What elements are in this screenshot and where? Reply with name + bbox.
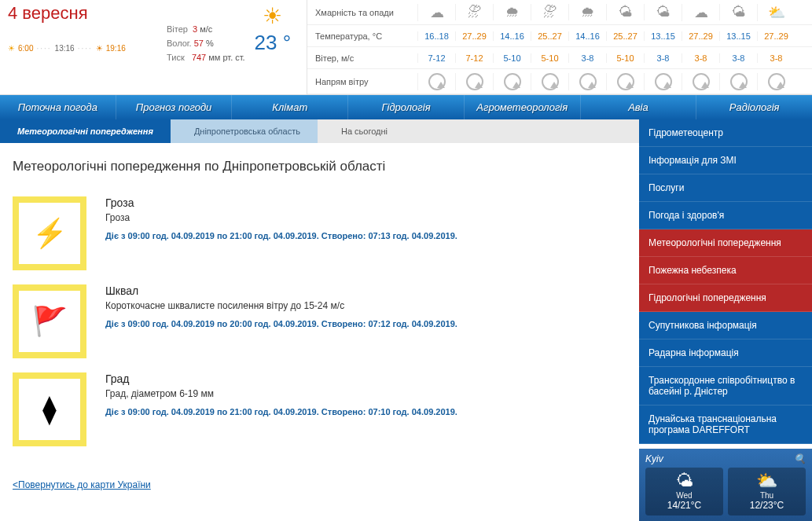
wind-dir-cell [682, 73, 719, 90]
forecast-cell: ⛈ [455, 4, 493, 20]
warning-icon: ⧫ [13, 372, 86, 446]
nav-item[interactable]: Агрометеорологія [465, 95, 581, 119]
sidebar-item[interactable]: Метеорологічні попередження [639, 229, 812, 257]
forecast-cell: 27..29 [455, 31, 493, 41]
wind-dir-cell [455, 73, 493, 90]
kyiv-widget: Kyiv 🔍 🌤Wed14/21°C⛅Thu12/23°C [639, 449, 812, 521]
warning-item: ⧫ГрадГрад, діаметром 6-19 ммДіє з 09:00 … [13, 372, 626, 446]
forecast-cell: ☁ [682, 4, 719, 21]
wind-dir-cell [531, 73, 568, 90]
forecast-cell: 7-12 [455, 53, 493, 63]
back-link[interactable]: <Повернутись до карти України [0, 476, 639, 500]
nav-item[interactable]: Клімат [232, 95, 348, 119]
warning-item: ⚡ГрозаГрозаДіє з 09:00 год. 04.09.2019 п… [13, 196, 626, 270]
wind-dir-cell [757, 73, 795, 90]
nav-item[interactable]: Радіологія [696, 95, 812, 119]
warning-icon: 🚩 [13, 284, 86, 358]
pressure-value: 747 [192, 53, 206, 62]
crumb-region[interactable]: Дніпропетровська область [171, 119, 318, 143]
humidity-value: 57 [194, 39, 204, 48]
forecast-cell: 27..29 [682, 31, 719, 41]
main-nav: Поточна погодаПрогноз погодиКліматГідрол… [0, 95, 812, 119]
warning-title: Шквал [105, 284, 457, 297]
nav-item[interactable]: Авіа [581, 95, 697, 119]
forecast-cell: 7-12 [417, 53, 455, 63]
forecast-cell: 🌤 [644, 4, 682, 20]
forecast-cell: 27..29 [757, 31, 795, 41]
warning-title: Гроза [105, 196, 457, 209]
forecast-cell: ⛅ [757, 4, 795, 21]
sidebar-item[interactable]: Транскордонне співробітництво в басейні … [639, 367, 812, 405]
wind-dir-cell [644, 73, 682, 90]
nav-item[interactable]: Гідрологія [348, 95, 465, 119]
current-temp: 23 ° [245, 31, 300, 55]
sidebar-item[interactable]: Гідрометеоцентр [639, 119, 812, 147]
forecast-cell: 🌤 [719, 4, 757, 20]
pressure-label: Тиск [167, 53, 185, 62]
sidebar-item[interactable]: Послуги [639, 174, 812, 202]
forecast-cell: 14..16 [493, 31, 531, 41]
warning-item: 🚩ШквалКороткочасне шквалисте посилення в… [13, 284, 626, 358]
sun-times: ☀ 6:00 ···· 13:16 ···· ☀ 19:16 [8, 44, 149, 53]
forecast-cell: 3-8 [682, 53, 719, 63]
row-wind-label: Вітер, м/с [307, 53, 417, 63]
page-title: Метеорологічні попередження по Дніпропет… [0, 143, 639, 182]
sidebar-item[interactable]: Радарна інформація [639, 339, 812, 367]
forecast-cell: 25..27 [531, 31, 568, 41]
wind-dir-cell [719, 73, 757, 90]
forecast-cell: 3-8 [568, 53, 606, 63]
row-temp-label: Температура, °С [307, 31, 417, 41]
forecast-cell: 25..27 [606, 31, 644, 41]
kyiv-day[interactable]: 🌤Wed14/21°C [645, 468, 723, 515]
forecast-cell: 🌧 [568, 4, 606, 20]
wind-dir-cell [568, 73, 606, 90]
nav-item[interactable]: Прогноз погоди [116, 95, 233, 119]
wind-dir-cell [493, 73, 531, 90]
warning-validity: Діє з 09:00 год. 04.09.2019 по 21:00 год… [105, 407, 457, 416]
wind-label: Вітер [167, 24, 188, 34]
sidebar-item[interactable]: Дунайська транснаціональна програма DARE… [639, 405, 812, 444]
current-date: 4 вересня [8, 3, 149, 24]
sunrise-time: 6:00 [18, 44, 33, 53]
search-icon[interactable]: 🔍 [794, 453, 806, 464]
weather-header: 4 вересня ☀ 6:00 ···· 13:16 ···· ☀ 19:16… [0, 0, 812, 95]
warning-desc: Короткочасне шквалисте посилення вітру д… [105, 300, 457, 311]
solar-noon-time: 13:16 [55, 44, 75, 53]
sunset-time: 19:16 [106, 44, 126, 53]
row-winddir-label: Напрям вітру [307, 77, 417, 86]
sunset-icon: ☀ [96, 44, 103, 53]
kyiv-day[interactable]: ⛅Thu12/23°C [728, 468, 806, 515]
forecast-cell: 3-8 [719, 53, 757, 63]
warning-desc: Гроза [105, 212, 457, 223]
sun-icon: ☀ [245, 3, 300, 29]
forecast-cell: 🌧 [493, 4, 531, 20]
sunrise-icon: ☀ [8, 44, 15, 53]
forecast-cell: 3-8 [644, 53, 682, 63]
wind-value: 3 [193, 24, 197, 34]
sidebar-item[interactable]: Погода і здоров'я [639, 202, 812, 229]
sidebar-item[interactable]: Супутникова інформація [639, 312, 812, 339]
humidity-label: Волог. [167, 39, 192, 48]
forecast-cell: ☁ [417, 4, 455, 21]
forecast-cell: 5-10 [493, 53, 531, 63]
breadcrumb: Метеорологічні попередження Дніпропетров… [0, 119, 639, 143]
forecast-cell: 13..15 [644, 31, 682, 41]
warnings-list: ⚡ГрозаГрозаДіє з 09:00 год. 04.09.2019 п… [0, 196, 639, 476]
sidebar-item[interactable]: Гідрологічні попередження [639, 284, 812, 312]
wind-dir-cell [417, 73, 455, 90]
warning-title: Град [105, 372, 457, 385]
warning-desc: Град, діаметром 6-19 мм [105, 388, 457, 399]
crumb-warnings[interactable]: Метеорологічні попередження [0, 119, 171, 143]
forecast-cell: 13..15 [719, 31, 757, 41]
forecast-cell: 3-8 [757, 53, 795, 63]
kyiv-city: Kyiv [645, 453, 663, 464]
row-clouds-label: Хмарність та опади [307, 8, 417, 17]
forecast-cell: 5-10 [531, 53, 568, 63]
wind-dir-cell [606, 73, 644, 90]
side-menu: ГідрометеоцентрІнформація для ЗМІПослуги… [639, 119, 812, 444]
nav-item[interactable]: Поточна погода [0, 95, 116, 119]
forecast-cell: 16..18 [417, 31, 455, 41]
sidebar-item[interactable]: Пожежна небезпека [639, 257, 812, 284]
crumb-today[interactable]: На сьогодні [318, 119, 405, 143]
sidebar-item[interactable]: Інформація для ЗМІ [639, 147, 812, 174]
